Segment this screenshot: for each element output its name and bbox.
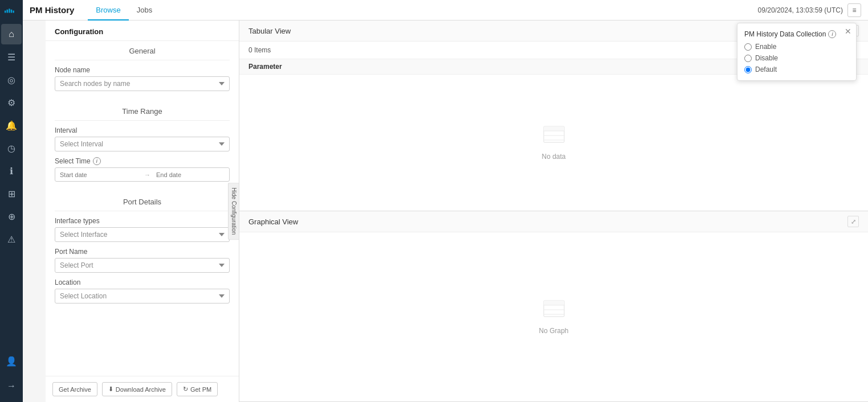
pm-collection-radio-group: Enable Disable Default xyxy=(744,43,849,73)
select-time-group: Select Time i → 📅 xyxy=(55,157,230,182)
graphical-empty-text: No Graph xyxy=(539,327,568,335)
svg-rect-0 xyxy=(5,10,6,13)
refresh-icon: ↻ xyxy=(183,385,188,393)
sidebar-icon-warning[interactable]: ⚠ xyxy=(1,229,22,249)
node-name-select[interactable]: Search nodes by name xyxy=(55,76,230,91)
interface-types-label: Interface types xyxy=(55,217,230,225)
select-time-info-icon: i xyxy=(93,157,101,165)
date-range-arrow: → xyxy=(143,171,152,178)
pm-enable-option[interactable]: Enable xyxy=(744,43,849,51)
topbar: PM History Browse Jobs 09/20/2024, 13:03… xyxy=(23,0,868,20)
port-name-group: Port Name Select Port xyxy=(55,248,230,273)
port-details-section-title: Port Details xyxy=(55,192,230,211)
sidebar-icon-info[interactable]: ℹ xyxy=(1,161,22,181)
config-section-port-details: Port Details Interface types Select Inte… xyxy=(46,192,239,314)
pm-default-label: Default xyxy=(755,65,777,73)
pm-enable-label: Enable xyxy=(755,43,776,51)
graphical-view-content: No Graph xyxy=(239,232,868,401)
location-label: Location xyxy=(55,278,230,286)
topbar-menu-button[interactable]: ≡ xyxy=(847,3,861,17)
interface-types-select[interactable]: Select Interface xyxy=(55,227,230,242)
svg-rect-2 xyxy=(9,9,10,13)
general-section-title: General xyxy=(55,41,230,60)
config-header: Configuration xyxy=(46,20,239,41)
nav-item-jobs[interactable]: Jobs xyxy=(129,0,160,20)
sidebar-icon-list[interactable]: ☰ xyxy=(1,47,22,67)
location-group: Location Select Location xyxy=(55,278,230,303)
sidebar-icon-grid[interactable]: ⊞ xyxy=(1,183,22,204)
tabular-empty-state: No data xyxy=(239,75,868,211)
start-date-input[interactable] xyxy=(55,169,143,181)
nav-item-browse[interactable]: Browse xyxy=(88,0,128,20)
app-title: PM History xyxy=(30,5,74,15)
pm-default-radio[interactable] xyxy=(744,66,752,73)
graphical-view-panel: Graphical View ⤢ xyxy=(239,211,868,402)
time-range-section-title: Time Range xyxy=(55,101,230,121)
get-archive-button[interactable]: Get Archive xyxy=(52,382,97,396)
sidebar-icon-circle[interactable]: ◎ xyxy=(1,69,22,90)
port-name-label: Port Name xyxy=(55,248,230,256)
pm-disable-label: Disable xyxy=(755,54,778,62)
popup-close-button[interactable]: ✕ xyxy=(845,27,851,36)
datetime-display: 09/20/2024, 13:03:59 (UTC) xyxy=(758,6,843,14)
sidebar-icon-clock[interactable]: ◷ xyxy=(1,138,22,158)
svg-rect-11 xyxy=(544,301,564,305)
get-pm-button[interactable]: ↻ Get PM xyxy=(177,382,218,396)
table-column-parameter: Parameter xyxy=(248,63,282,71)
end-date-input[interactable] xyxy=(152,169,239,181)
port-name-select[interactable]: Select Port xyxy=(55,258,230,273)
date-range-input: → 📅 xyxy=(55,167,230,182)
select-time-label-row: Select Time i xyxy=(55,157,230,165)
tabular-empty-icon xyxy=(543,125,565,148)
hide-config-button[interactable]: Hide Configuration xyxy=(228,183,239,240)
config-panel: Configuration General Node name Search n… xyxy=(46,20,239,402)
pm-collection-popup: PM History Data Collection i ✕ Enable Di… xyxy=(737,23,857,81)
svg-rect-6 xyxy=(544,126,564,131)
topbar-nav: Browse Jobs xyxy=(88,0,160,20)
config-section-time-range: Time Range Interval Select Interval Sele… xyxy=(46,101,239,192)
graphical-view-expand-button[interactable]: ⤢ xyxy=(847,216,859,227)
interval-label: Interval xyxy=(55,126,230,134)
graphical-view-header: Graphical View ⤢ xyxy=(239,211,868,232)
interval-select[interactable]: Select Interval xyxy=(55,137,230,151)
sidebar: ⌂ ☰ ◎ ⚙ 🔔 ◷ ℹ ⊞ ⊕ ⚠ 👤 → xyxy=(0,0,23,402)
pm-disable-option[interactable]: Disable xyxy=(744,54,849,62)
app-logo xyxy=(0,0,23,23)
download-archive-button[interactable]: ⬇ Download Archive xyxy=(102,382,172,396)
sidebar-icon-user[interactable]: 👤 xyxy=(1,351,22,371)
pm-default-option[interactable]: Default xyxy=(744,65,849,73)
sidebar-icon-arrow[interactable]: → xyxy=(1,376,22,396)
location-select[interactable]: Select Location xyxy=(55,289,230,303)
sidebar-icon-plus[interactable]: ⊕ xyxy=(1,206,22,227)
topbar-right: 09/20/2024, 13:03:59 (UTC) ≡ xyxy=(758,3,861,17)
sidebar-icon-bell[interactable]: 🔔 xyxy=(1,115,22,136)
select-time-label: Select Time xyxy=(55,157,91,165)
node-name-label: Node name xyxy=(55,66,230,74)
graphical-view-title: Graphical View xyxy=(248,218,298,226)
tabular-view-title: Tabular View xyxy=(248,27,291,35)
tabular-empty-text: No data xyxy=(541,153,565,161)
svg-rect-4 xyxy=(13,10,14,13)
graphical-empty-state: No Graph xyxy=(239,232,868,401)
node-name-group: Node name Search nodes by name xyxy=(55,66,230,91)
graphical-empty-icon xyxy=(543,300,565,322)
pm-enable-radio[interactable] xyxy=(744,43,752,51)
svg-rect-1 xyxy=(7,10,8,13)
sidebar-icon-gear[interactable]: ⚙ xyxy=(1,92,22,113)
pm-collection-title: PM History Data Collection i xyxy=(744,30,849,38)
interface-types-group: Interface types Select Interface xyxy=(55,217,230,242)
sidebar-icon-home[interactable]: ⌂ xyxy=(1,24,22,44)
config-footer: Get Archive ⬇ Download Archive ↻ Get PM xyxy=(46,376,239,402)
svg-rect-3 xyxy=(11,10,12,13)
pm-disable-radio[interactable] xyxy=(744,55,752,62)
download-icon: ⬇ xyxy=(108,385,113,393)
pm-collection-info-icon: i xyxy=(828,30,836,38)
config-section-general: General Node name Search nodes by name xyxy=(46,41,239,101)
interval-group: Interval Select Interval xyxy=(55,126,230,151)
